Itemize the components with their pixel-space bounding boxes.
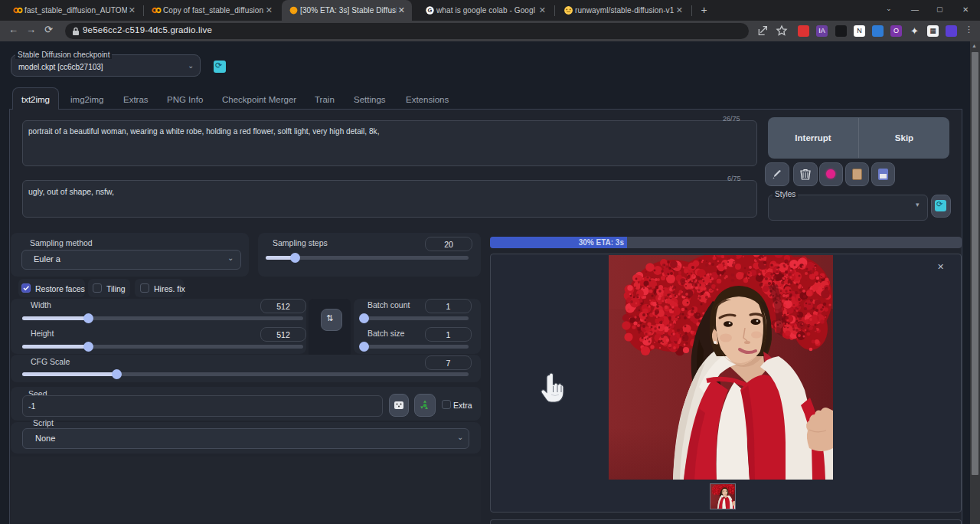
svg-text:G: G: [428, 7, 433, 14]
